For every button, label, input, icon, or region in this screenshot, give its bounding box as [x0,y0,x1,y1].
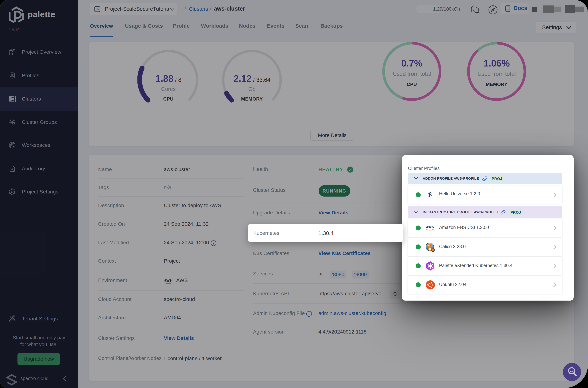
svg-text:aws: aws [426,224,434,229]
